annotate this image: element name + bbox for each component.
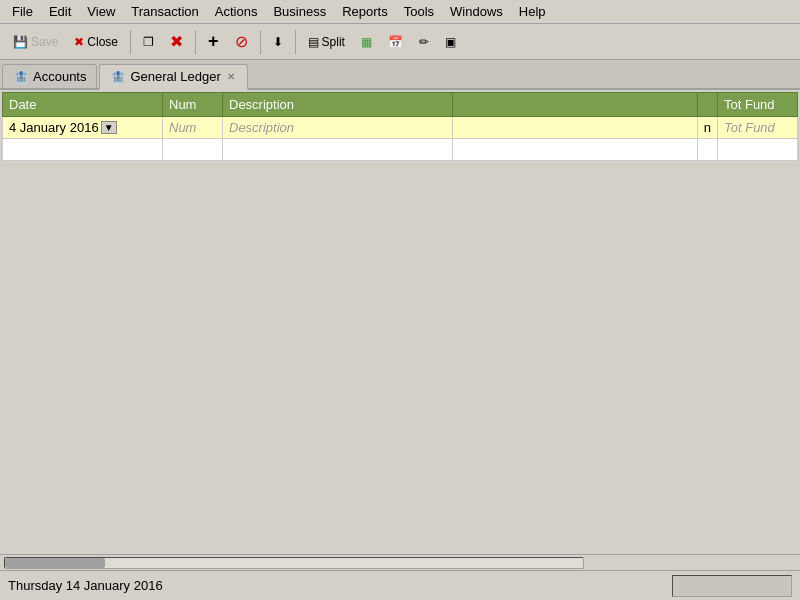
entry-num-cell[interactable]: Num — [163, 117, 223, 139]
toolbar-separator-4 — [295, 30, 296, 54]
split-icon: ▤ — [308, 35, 319, 49]
status-bar: Thursday 14 January 2016 — [0, 570, 800, 600]
delete-icon: ✖ — [170, 32, 183, 51]
calendar-button[interactable]: 📅 — [381, 32, 410, 52]
tabs: 🏦 Accounts 🏦 General Ledger ✕ — [0, 60, 800, 90]
duplicate-icon: ❐ — [143, 35, 154, 49]
grid-button[interactable]: ▣ — [438, 32, 463, 52]
entry-desc-cell[interactable]: Description — [223, 117, 453, 139]
menu-file[interactable]: File — [4, 2, 41, 21]
col-header-totfund: Tot Fund — [718, 93, 798, 117]
menu-actions[interactable]: Actions — [207, 2, 266, 21]
empty-n-cell — [697, 139, 717, 161]
entry-totfund-cell[interactable]: Tot Fund — [718, 117, 798, 139]
pencil-icon: ✏ — [419, 35, 429, 49]
cancel-button[interactable]: ⊘ — [228, 29, 255, 54]
delete-button[interactable]: ✖ — [163, 29, 190, 54]
ledger-container: Date Num Description Tot Fund 4 January … — [0, 90, 800, 554]
horizontal-scrollbar-area — [0, 554, 800, 570]
col-header-description: Description — [223, 93, 453, 117]
accounts-tab-icon: 🏦 — [13, 69, 29, 84]
entry-n-cell: n — [697, 117, 717, 139]
menu-windows[interactable]: Windows — [442, 2, 511, 21]
horizontal-scrollbar[interactable] — [4, 557, 584, 569]
col-header-num: Num — [163, 93, 223, 117]
main-content: Date Num Description Tot Fund 4 January … — [0, 90, 800, 570]
add-button[interactable]: + — [201, 28, 226, 55]
menu-edit[interactable]: Edit — [41, 2, 79, 21]
date-dropdown-button[interactable]: ▼ — [101, 121, 117, 134]
download-button[interactable]: ⬇ — [266, 32, 290, 52]
tab-general-ledger[interactable]: 🏦 General Ledger ✕ — [99, 64, 247, 90]
download-icon: ⬇ — [273, 35, 283, 49]
entry-date-cell[interactable]: 4 January 2016 ▼ — [3, 117, 163, 139]
entry-date-value: 4 January 2016 — [9, 120, 99, 135]
horizontal-scrollbar-thumb[interactable] — [5, 558, 105, 568]
close-label: Close — [87, 35, 118, 49]
toolbar-separator-2 — [195, 30, 196, 54]
split-label: Split — [322, 35, 345, 49]
menu-help[interactable]: Help — [511, 2, 554, 21]
menu-transaction[interactable]: Transaction — [123, 2, 206, 21]
col-header-blank — [453, 93, 698, 117]
menu-reports[interactable]: Reports — [334, 2, 396, 21]
duplicate-button[interactable]: ❐ — [136, 32, 161, 52]
ledger-entry-row[interactable]: 4 January 2016 ▼ Num Description n Tot F… — [3, 117, 798, 139]
empty-blank-cell — [453, 139, 698, 161]
toolbar-separator-3 — [260, 30, 261, 54]
cancel-icon: ⊘ — [235, 32, 248, 51]
entry-blank-cell — [453, 117, 698, 139]
col-header-n — [697, 93, 717, 117]
ledger-empty-row[interactable] — [3, 139, 798, 161]
empty-num-cell — [163, 139, 223, 161]
view-icon-button[interactable]: ▦ — [354, 32, 379, 52]
menu-business[interactable]: Business — [265, 2, 334, 21]
empty-date-cell — [3, 139, 163, 161]
menu-tools[interactable]: Tools — [396, 2, 442, 21]
grid-icon: ▣ — [445, 35, 456, 49]
tab-accounts[interactable]: 🏦 Accounts — [2, 64, 97, 88]
empty-totfund-cell — [718, 139, 798, 161]
general-ledger-tab-icon: 🏦 — [110, 69, 126, 84]
view-icon: ▦ — [361, 35, 372, 49]
status-date-label: Thursday 14 January 2016 — [8, 578, 163, 593]
status-bar-right-panel — [672, 575, 792, 597]
ledger-table: Date Num Description Tot Fund 4 January … — [2, 92, 798, 161]
save-label: Save — [31, 35, 58, 49]
col-header-date: Date — [3, 93, 163, 117]
calendar-icon: 📅 — [388, 35, 403, 49]
general-ledger-tab-close[interactable]: ✕ — [225, 71, 237, 82]
accounts-tab-label: Accounts — [33, 69, 86, 84]
general-ledger-tab-label: General Ledger — [130, 69, 220, 84]
save-icon: 💾 — [13, 35, 28, 49]
split-button[interactable]: ▤ Split — [301, 32, 352, 52]
pencil-button[interactable]: ✏ — [412, 32, 436, 52]
add-icon: + — [208, 31, 219, 52]
table-header-row: Date Num Description Tot Fund — [3, 93, 798, 117]
toolbar: 💾 Save ✖ Close ❐ ✖ + ⊘ ⬇ ▤ Split ▦ 📅 ✏ ▣ — [0, 24, 800, 60]
menu-bar: File Edit View Transaction Actions Busin… — [0, 0, 800, 24]
save-button[interactable]: 💾 Save — [6, 32, 65, 52]
toolbar-separator-1 — [130, 30, 131, 54]
close-button[interactable]: ✖ Close — [67, 32, 125, 52]
empty-desc-cell — [223, 139, 453, 161]
close-icon: ✖ — [74, 35, 84, 49]
menu-view[interactable]: View — [79, 2, 123, 21]
